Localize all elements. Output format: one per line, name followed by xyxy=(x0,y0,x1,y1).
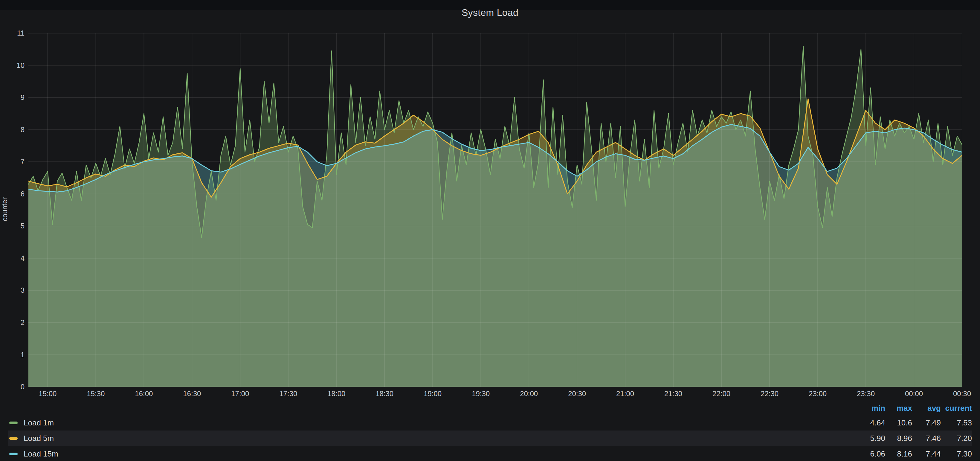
stat-avg-load-1m: 7.49 xyxy=(912,418,941,428)
x-axis-tick-label: 20:30 xyxy=(559,389,595,398)
stat-avg-load-5m: 7.46 xyxy=(912,434,941,443)
x-axis-tick-label: 19:00 xyxy=(415,389,450,398)
stat-max-load-1m: 10.6 xyxy=(885,418,912,428)
x-axis-tick-label: 22:30 xyxy=(752,389,788,398)
stat-cells-load-5m: 5.90 8.96 7.46 7.20 xyxy=(852,434,972,443)
y-axis-tick-label: 11 xyxy=(0,29,24,38)
x-axis-tick-label: 16:00 xyxy=(126,389,162,398)
series-label-load-5m[interactable]: Load 5m xyxy=(24,434,54,443)
x-axis-tick-label: 15:30 xyxy=(78,389,114,398)
legend-header-avg[interactable]: avg xyxy=(912,404,941,413)
series-label-load-15m[interactable]: Load 15m xyxy=(24,449,58,459)
x-axis-tick-label: 21:00 xyxy=(607,389,643,398)
y-axis-tick-label: 6 xyxy=(0,189,24,199)
legend-row-load-15m[interactable]: Load 15m 6.06 8.16 7.44 7.30 xyxy=(8,446,972,461)
series-swatch-load-15m[interactable] xyxy=(9,453,18,455)
legend: min max avg current Load 1m 4.64 10.6 7.… xyxy=(8,401,972,461)
stat-min-load-1m: 4.64 xyxy=(852,418,885,428)
graph-area[interactable] xyxy=(29,14,962,388)
x-axis-tick-label: 00:00 xyxy=(896,389,932,398)
x-axis-tick-label: 23:30 xyxy=(848,389,884,398)
stat-current-load-15m: 7.30 xyxy=(941,449,972,459)
legend-header-min[interactable]: min xyxy=(852,404,885,413)
load-chart[interactable] xyxy=(29,14,962,388)
x-axis-tick-label: 19:30 xyxy=(463,389,499,398)
x-axis-tick-label: 18:30 xyxy=(366,389,402,398)
y-axis-tick-label: 7 xyxy=(0,157,24,166)
x-axis-tick-label: 17:30 xyxy=(270,389,306,398)
y-axis-tick-label: 4 xyxy=(0,254,24,263)
stat-min-load-5m: 5.90 xyxy=(852,434,885,443)
series-swatch-load-5m[interactable] xyxy=(9,437,18,440)
x-axis-tick-label: 20:00 xyxy=(511,389,547,398)
stat-cells-load-1m: 4.64 10.6 7.49 7.53 xyxy=(852,418,972,428)
x-axis-tick-label: 16:30 xyxy=(174,389,210,398)
series-label-load-1m[interactable]: Load 1m xyxy=(24,418,54,428)
x-axis-tick-label: 23:00 xyxy=(800,389,835,398)
x-axis-tick-label: 21:30 xyxy=(655,389,691,398)
legend-stats-header: min max avg current xyxy=(8,401,972,415)
x-axis-tick-label: 15:00 xyxy=(30,389,65,398)
y-axis-tick-label: 9 xyxy=(0,93,24,102)
x-axis-tick-label: 22:00 xyxy=(703,389,739,398)
legend-row-load-5m[interactable]: Load 5m 5.90 8.96 7.46 7.20 xyxy=(8,431,972,446)
y-axis-ticks: 01234567891011 xyxy=(0,14,24,388)
x-axis-tick-label: 00:30 xyxy=(944,389,980,398)
stat-min-load-15m: 6.06 xyxy=(852,449,885,459)
legend-header-max[interactable]: max xyxy=(885,404,912,413)
y-axis-tick-label: 8 xyxy=(0,125,24,134)
stat-max-load-5m: 8.96 xyxy=(885,434,912,443)
legend-header-cells: min max avg current xyxy=(852,404,972,413)
stat-avg-load-15m: 7.44 xyxy=(912,449,941,459)
stat-current-load-5m: 7.20 xyxy=(941,434,972,443)
y-axis-tick-label: 0 xyxy=(0,382,24,391)
stat-max-load-15m: 8.16 xyxy=(885,449,912,459)
y-axis-tick-label: 3 xyxy=(0,286,24,295)
x-axis-tick-label: 18:00 xyxy=(318,389,354,398)
legend-row-load-1m[interactable]: Load 1m 4.64 10.6 7.49 7.53 xyxy=(8,415,972,431)
stat-current-load-1m: 7.53 xyxy=(941,418,972,428)
y-axis-tick-label: 2 xyxy=(0,318,24,327)
stat-cells-load-15m: 6.06 8.16 7.44 7.30 xyxy=(852,449,972,459)
y-axis-tick-label: 1 xyxy=(0,350,24,359)
legend-header-current[interactable]: current xyxy=(941,404,972,413)
x-axis-tick-label: 17:00 xyxy=(222,389,258,398)
y-axis-tick-label: 10 xyxy=(0,61,24,70)
series-swatch-load-1m[interactable] xyxy=(9,421,18,424)
grafana-graph-panel: System Load counter 01234567891011 15:00… xyxy=(0,0,980,461)
y-axis-tick-label: 5 xyxy=(0,221,24,230)
x-axis-ticks: 15:0015:3016:0016:3017:0017:3018:0018:30… xyxy=(29,389,962,400)
